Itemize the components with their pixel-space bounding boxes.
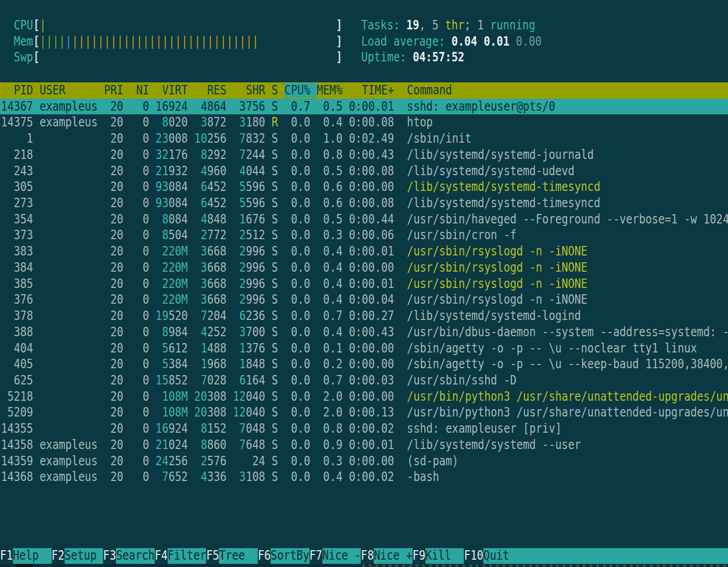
cell-pri: 20: [104, 260, 123, 275]
fkey-label: Search: [116, 548, 155, 564]
tasks-summary: Tasks: 19, 5 thr; 1 running: [361, 17, 542, 34]
cell-time: 0:00.44: [349, 212, 394, 227]
column-header-state[interactable]: S: [272, 83, 278, 98]
cell-mem: 0.6: [317, 196, 342, 210]
process-row[interactable]: 5218 20 0 108M 20308 12040 S 0.0 2.0 0:0…: [0, 389, 728, 405]
meter-close-bracket: ]: [336, 18, 342, 33]
process-row[interactable]: 243 20 0 21932 4960 4044 S 0.0 0.5 0:00.…: [0, 163, 728, 179]
fkey-search[interactable]: F3Search: [103, 548, 155, 564]
cell-state: S: [272, 228, 278, 242]
fkey-key: F1: [0, 548, 13, 564]
column-header-command[interactable]: Command: [401, 83, 452, 98]
cell-pri: 20: [104, 276, 123, 291]
cell-pri: 20: [104, 228, 123, 242]
process-row[interactable]: 14355 20 0 16924 8152 7048 S 0.0 0.8 0:0…: [0, 421, 728, 437]
fkey-kill[interactable]: F9Kill: [412, 548, 464, 564]
cell-mem: 0.9: [317, 437, 342, 452]
column-header-pri[interactable]: PRI: [104, 83, 123, 98]
cell-command: /lib/systemd/systemd-journald: [407, 147, 594, 162]
cell-pid: 373: [1, 228, 33, 242]
cell-state: S: [272, 308, 278, 323]
cell-command: /lib/systemd/systemd-timesyncd: [407, 179, 601, 194]
fkey-bar-filler: [509, 548, 728, 564]
fkey-key: F9: [412, 548, 425, 564]
process-row[interactable]: 14359 exampleus 20 0 24256 2576 24 S 0.0…: [0, 453, 728, 469]
cell-ni: 0: [130, 115, 149, 130]
cell-user: [39, 147, 98, 162]
column-header-res[interactable]: RES: [194, 83, 226, 98]
meter-pipes-mem_green: ||||: [39, 34, 65, 49]
cell-cpu: 0.0: [284, 421, 310, 436]
cell-time: 0:00.27: [349, 308, 394, 323]
column-header-cpu[interactable]: CPU%: [284, 83, 310, 98]
cell-mem: 0.4: [317, 292, 342, 307]
cell-user: [39, 196, 98, 210]
process-row[interactable]: 305 20 0 93084 6452 5596 S 0.0 0.6 0:00.…: [0, 179, 728, 195]
column-header-ni[interactable]: NI: [130, 83, 149, 98]
fkey-nice-minus[interactable]: F7Nice -: [309, 548, 361, 564]
cell-state: S: [272, 325, 278, 339]
cell-state: S: [272, 179, 278, 194]
cell-user: exampleus: [39, 454, 98, 468]
process-row[interactable]: 218 20 0 32176 8292 7244 S 0.0 0.8 0:00.…: [0, 147, 728, 163]
column-header-mem[interactable]: MEM%: [317, 83, 342, 98]
column-header-user[interactable]: USER: [39, 83, 98, 98]
cell-time: 0:00.04: [349, 292, 394, 307]
cell-pri: 20: [104, 421, 123, 436]
fkey-quit[interactable]: F10Quit: [464, 548, 509, 564]
process-row[interactable]: 373 20 0 8504 2772 2512 S 0.0 0.3 0:00.0…: [0, 227, 728, 243]
cell-cpu: 0.0: [284, 244, 310, 259]
column-header-time[interactable]: TIME+: [349, 83, 394, 98]
process-row[interactable]: 14367 exampleus 20 0 16924 4864 3756 S 0…: [0, 99, 728, 115]
cell-user: exampleus: [39, 99, 98, 114]
cell-mem: 2.0: [317, 389, 342, 404]
cell-time: 0:00.08: [349, 164, 394, 178]
cell-command: /usr/sbin/sshd -D: [407, 373, 517, 388]
cell-mem: 0.4: [317, 325, 342, 339]
process-row[interactable]: 354 20 0 8084 4848 1676 S 0.0 0.5 0:00.4…: [0, 211, 728, 228]
cell-time: 0:00.43: [349, 325, 394, 339]
column-header-pid[interactable]: PID: [1, 83, 33, 98]
column-header-virt[interactable]: VIRT: [156, 83, 188, 98]
cell-command: /sbin/agetty -o -p -- \u --keep-baud 115…: [407, 357, 728, 371]
cell-cpu: 0.0: [284, 115, 310, 130]
process-row[interactable]: 404 20 0 5612 1488 1376 S 0.0 0.1 0:00.0…: [0, 340, 728, 357]
cpu-meter-label: CPU: [1, 18, 33, 33]
fkey-setup[interactable]: F2Setup: [51, 548, 103, 564]
process-row[interactable]: 1 20 0 23008 10256 7832 S 0.0 1.0 0:02.4…: [0, 131, 728, 147]
column-header-shr[interactable]: SHR: [233, 83, 265, 98]
cell-pid: 14375: [1, 115, 33, 130]
cell-ni: 0: [130, 454, 149, 468]
process-row[interactable]: 376 20 0 220M 3668 2996 S 0.0 0.4 0:00.0…: [0, 292, 728, 308]
cell-command: /lib/systemd/systemd-timesyncd: [407, 196, 601, 210]
cell-cpu: 0.7: [284, 99, 310, 114]
process-row[interactable]: 385 20 0 220M 3668 2996 S 0.0 0.4 0:00.0…: [0, 276, 728, 292]
process-row[interactable]: 383 20 0 220M 3668 2996 S 0.0 0.4 0:00.0…: [0, 243, 728, 260]
process-row[interactable]: 14375 exampleus 20 0 8020 3872 3180 R 0.…: [0, 114, 728, 131]
fkey-key: F6: [258, 548, 271, 564]
fkey-sortby[interactable]: F6SortBy: [258, 548, 309, 564]
process-row[interactable]: 405 20 0 5384 1968 1848 S 0.0 0.2 0:00.0…: [0, 356, 728, 372]
fkey-filter[interactable]: F4Filter: [155, 548, 206, 564]
process-row[interactable]: 384 20 0 220M 3668 2996 S 0.0 0.4 0:00.0…: [0, 260, 728, 276]
process-row[interactable]: 273 20 0 93084 6452 5596 S 0.0 0.6 0:00.…: [0, 195, 728, 211]
cell-user: [39, 292, 98, 307]
cell-state: S: [272, 260, 278, 275]
fkey-tree[interactable]: F5Tree: [206, 548, 258, 564]
cell-pid: 14355: [1, 421, 33, 436]
cell-pid: 5218: [1, 389, 33, 404]
cell-cpu: 0.0: [284, 357, 310, 371]
cell-pri: 20: [104, 308, 123, 323]
cell-state: S: [272, 454, 278, 468]
cell-pri: 20: [104, 373, 123, 388]
fkey-help[interactable]: F1Help: [0, 548, 51, 564]
process-row[interactable]: 378 20 0 19520 7204 6236 S 0.0 0.7 0:00.…: [0, 308, 728, 324]
process-row[interactable]: 14358 exampleus 20 0 21024 8860 7648 S 0…: [0, 437, 728, 453]
process-row[interactable]: 14368 exampleus 20 0 7652 4336 3108 S 0.…: [0, 469, 728, 485]
process-row[interactable]: 388 20 0 8984 4252 3700 S 0.0 0.4 0:00.4…: [0, 324, 728, 340]
process-row[interactable]: 5209 20 0 108M 20308 12040 S 0.0 2.0 0:0…: [0, 404, 728, 421]
fkey-nice-plus[interactable]: F8Nice +: [361, 548, 412, 564]
summary-panel: Tasks: 19, 5 thr; 1 runningLoad average:…: [361, 17, 542, 66]
process-row[interactable]: 625 20 0 15852 7028 6164 S 0.0 0.7 0:00.…: [0, 372, 728, 389]
cell-pid: 14359: [1, 454, 33, 468]
